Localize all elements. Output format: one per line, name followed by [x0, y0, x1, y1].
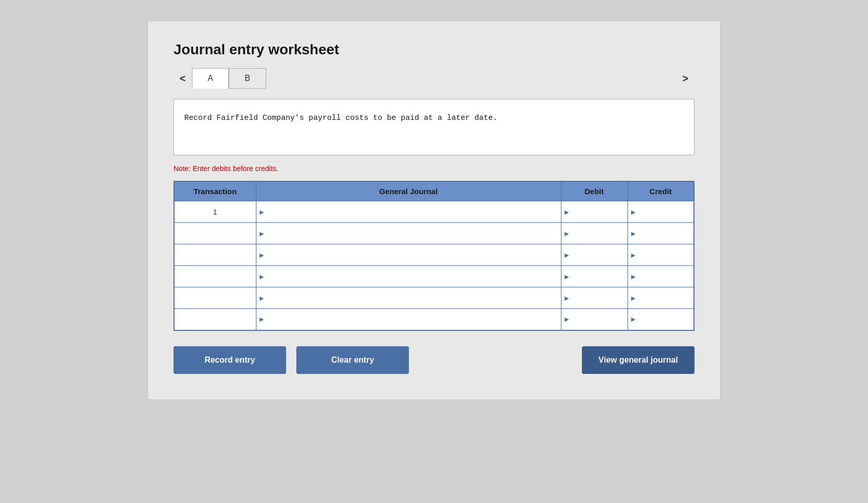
table-row: ► ► ► [174, 309, 694, 330]
general-journal-cell-3[interactable]: ► [256, 244, 561, 266]
credit-input-5[interactable] [639, 287, 693, 308]
header-transaction: Transaction [174, 181, 256, 201]
general-journal-input-5[interactable] [267, 287, 560, 308]
arrow-indicator: ► [628, 273, 639, 281]
header-general-journal: General Journal [256, 181, 561, 201]
buttons-row: Record entry Clear entry View general jo… [173, 346, 695, 374]
general-journal-input-4[interactable] [267, 266, 560, 287]
table-row: 1 ► ► ► [174, 201, 694, 223]
transaction-cell-6 [174, 309, 256, 330]
journal-table: Transaction General Journal Debit Credit… [173, 181, 695, 331]
debit-cell-6[interactable]: ► [561, 309, 627, 330]
note-text: Note: Enter debits before credits. [173, 164, 695, 173]
debit-input-3[interactable] [572, 244, 627, 265]
debit-cell-4[interactable]: ► [561, 266, 627, 287]
arrow-indicator: ► [628, 208, 639, 216]
description-text: Record Fairfield Company's payroll costs… [184, 114, 497, 122]
arrow-indicator: ► [561, 229, 573, 238]
tab-b[interactable]: B [229, 68, 266, 89]
arrow-indicator: ► [628, 229, 639, 238]
tabs-row: < A B > [173, 68, 695, 89]
table-row: ► ► ► [174, 223, 694, 244]
view-general-journal-button[interactable]: View general journal [582, 346, 695, 374]
debit-cell-5[interactable]: ► [561, 287, 627, 309]
arrow-indicator: ► [256, 273, 268, 281]
credit-cell-2[interactable]: ► [627, 223, 694, 244]
arrow-indicator: ► [561, 294, 573, 302]
record-entry-button[interactable]: Record entry [173, 346, 286, 374]
general-journal-cell-2[interactable]: ► [256, 223, 561, 244]
header-debit: Debit [561, 181, 627, 201]
credit-cell-4[interactable]: ► [627, 266, 694, 287]
main-container: Journal entry worksheet < A B > Record F… [147, 20, 721, 400]
arrow-indicator: ► [256, 315, 268, 323]
arrow-indicator: ► [561, 208, 573, 216]
arrow-indicator: ► [256, 294, 268, 302]
general-journal-cell-6[interactable]: ► [256, 309, 561, 330]
nav-next-arrow[interactable]: > [676, 69, 695, 89]
debit-input-6[interactable] [572, 309, 627, 330]
credit-input-3[interactable] [639, 244, 693, 265]
transaction-cell-4 [174, 266, 256, 287]
credit-input-2[interactable] [639, 223, 693, 244]
clear-entry-button[interactable]: Clear entry [296, 346, 409, 374]
credit-cell-6[interactable]: ► [627, 309, 694, 330]
arrow-indicator: ► [561, 273, 573, 281]
tab-a[interactable]: A [192, 68, 229, 89]
transaction-cell-5 [174, 287, 256, 309]
general-journal-input-3[interactable] [267, 244, 560, 265]
table-row: ► ► ► [174, 244, 694, 266]
debit-cell-1[interactable]: ► [561, 201, 627, 223]
arrow-indicator: ► [628, 251, 639, 259]
arrow-indicator: ► [256, 229, 268, 238]
table-row: ► ► ► [174, 266, 694, 287]
arrow-indicator: ► [628, 294, 639, 302]
credit-cell-3[interactable]: ► [627, 244, 694, 266]
general-journal-cell-4[interactable]: ► [256, 266, 561, 287]
debit-input-4[interactable] [572, 266, 627, 287]
credit-cell-1[interactable]: ► [627, 201, 694, 223]
arrow-indicator: ► [628, 315, 639, 323]
arrow-indicator: ► [256, 251, 268, 259]
general-journal-input-1[interactable] [267, 201, 560, 222]
debit-cell-2[interactable]: ► [561, 223, 627, 244]
debit-input-5[interactable] [572, 287, 627, 308]
credit-input-1[interactable] [639, 201, 693, 222]
nav-prev-arrow[interactable]: < [173, 69, 192, 89]
debit-input-1[interactable] [572, 201, 627, 222]
debit-input-2[interactable] [572, 223, 627, 244]
arrow-indicator: ► [561, 251, 573, 259]
general-journal-cell-5[interactable]: ► [256, 287, 561, 309]
credit-input-4[interactable] [639, 266, 693, 287]
debit-cell-3[interactable]: ► [561, 244, 627, 266]
general-journal-input-2[interactable] [267, 223, 560, 244]
table-row: ► ► ► [174, 287, 694, 309]
description-box: Record Fairfield Company's payroll costs… [173, 99, 695, 155]
arrow-indicator: ► [561, 315, 573, 323]
page-title: Journal entry worksheet [173, 41, 695, 58]
arrow-indicator: ► [256, 208, 268, 216]
general-journal-input-6[interactable] [267, 309, 560, 330]
credit-input-6[interactable] [639, 309, 693, 330]
general-journal-cell-1[interactable]: ► [256, 201, 561, 223]
header-credit: Credit [627, 181, 694, 201]
transaction-cell-2 [174, 223, 256, 244]
transaction-cell-3 [174, 244, 256, 266]
credit-cell-5[interactable]: ► [627, 287, 694, 309]
transaction-cell-1: 1 [174, 201, 256, 223]
